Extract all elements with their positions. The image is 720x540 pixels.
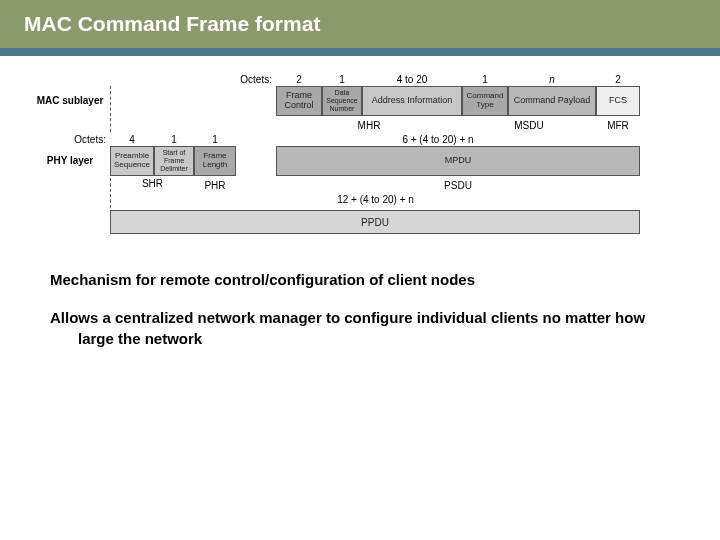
frame-control-cell: Frame Control	[276, 86, 322, 116]
sfd-cell: Start of Frame Delimiter	[154, 146, 194, 176]
frame-diagram: Octets: 2 1 4 to 20 1 n 2 MAC sublayer F…	[0, 56, 720, 246]
mac-octets-row: Octets: 2 1 4 to 20 1 n 2	[30, 74, 690, 85]
accent-stripe	[0, 48, 720, 56]
phy-row: PHY layer Preamble Sequence Start of Fra…	[30, 146, 690, 176]
preamble-cell: Preamble Sequence	[110, 146, 154, 176]
ppdu-row: PPDU	[30, 210, 690, 234]
ppdu-cell: PPDU	[110, 210, 640, 234]
frame-length-cell: Frame Length	[194, 146, 236, 176]
slide-header: MAC Command Frame format	[0, 0, 720, 48]
phy-layer-label: PHY layer	[30, 155, 110, 167]
body-text: Mechanism for remote control/configurati…	[0, 246, 720, 349]
mac-groups-row: MHR MSDU MFR	[30, 118, 690, 132]
address-info-cell: Address Information	[362, 86, 462, 116]
command-type-cell: Command Type	[462, 86, 508, 116]
mpdu-cell: MPDU	[276, 146, 640, 176]
command-payload-cell: Command Payload	[508, 86, 596, 116]
data-seq-cell: Data Sequence Number	[322, 86, 362, 116]
phy-octets-row: Octets: 4 1 1 6 + (4 to 20) + n	[30, 134, 690, 145]
fcs-cell: FCS	[596, 86, 640, 116]
mac-sublayer-label: MAC sublayer	[30, 95, 110, 107]
bottom-octets-row: 12 + (4 to 20) + n	[30, 194, 690, 208]
mac-row: MAC sublayer Frame Control Data Sequence…	[30, 86, 690, 116]
paragraph-1: Mechanism for remote control/configurati…	[50, 270, 670, 290]
phy-groups-row: SHR PHR PSDU	[30, 178, 690, 192]
octets-label: Octets:	[236, 74, 276, 85]
paragraph-2: Allows a centralized network manager to …	[50, 308, 670, 349]
slide-title: MAC Command Frame format	[24, 12, 696, 36]
